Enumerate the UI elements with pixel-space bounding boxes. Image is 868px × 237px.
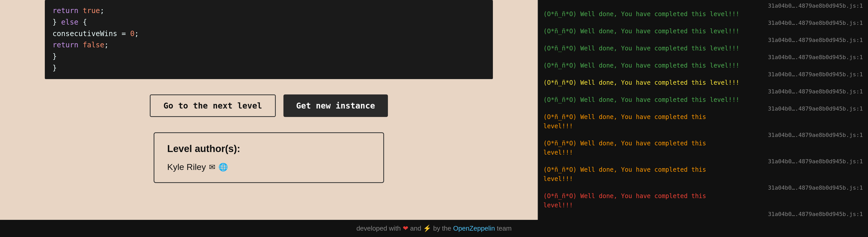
console-filename: 31a04b0….4879ae8b0d945b.js:1 — [543, 71, 863, 77]
code-line: return true; — [53, 5, 485, 16]
console-message: (O*ñ_ñ*O) Well done, You have completed … — [543, 79, 740, 86]
console-filename: 31a04b0….4879ae8b0d945b.js:1 — [543, 105, 863, 112]
code-line: consecutiveWins = 0; — [53, 28, 485, 40]
console-filename: 31a04b0….4879ae8b0d945b.js:1 — [543, 20, 863, 26]
console-filename: 31a04b0….4879ae8b0d945b.js:1 — [543, 54, 863, 60]
console-entry: 31a04b0….4879ae8b0d945b.js:1 (O*ñ_ñ*O) W… — [543, 54, 863, 70]
console-message: (O*ñ_ñ*O) Well done, You have completed … — [543, 193, 706, 209]
console-filename: 31a04b0….4879ae8b0d945b.js:1 — [543, 88, 863, 95]
footer-and: and — [410, 225, 421, 232]
main-container: return true; } else { consecutiveWins = … — [0, 0, 868, 220]
footer: developed with ❤ and ⚡ by the OpenZeppel… — [0, 220, 868, 237]
email-icon[interactable]: ✉ — [209, 163, 215, 171]
console-filename: 31a04b0….4879ae8b0d945b.js:1 — [543, 184, 863, 191]
left-panel: return true; } else { consecutiveWins = … — [0, 0, 538, 220]
console-message: (O*ñ_ñ*O) Well done, You have completed … — [543, 113, 706, 130]
code-line: } — [53, 51, 485, 63]
console-filename: 31a04b0….4879ae8b0d945b.js:1 — [543, 158, 863, 165]
console-entry: 31a04b0….4879ae8b0d945b.js:1 (O*ñ_ñ*O) W… — [543, 20, 863, 36]
bolt-icon: ⚡ — [423, 225, 433, 232]
console-filename: 31a04b0….4879ae8b0d945b.js:1 — [543, 211, 863, 217]
console-message: (O*ñ_ñ*O) Well done, You have completed … — [543, 140, 706, 156]
console-entry: 31a04b0….4879ae8b0d945b.js:1 — [543, 211, 863, 217]
globe-icon[interactable]: 🌐 — [218, 163, 228, 171]
footer-developed: developed with — [356, 225, 401, 232]
code-line: } else { — [53, 16, 485, 28]
code-block: return true; } else { consecutiveWins = … — [45, 0, 493, 79]
console-message: (O*ñ_ñ*O) Well done, You have completed … — [543, 166, 706, 182]
console-entry: 31a04b0….4879ae8b0d945b.js:1 (O*ñ_ñ*O) W… — [543, 184, 863, 210]
console-filename: 31a04b0….4879ae8b0d945b.js:1 — [543, 132, 863, 138]
next-level-button[interactable]: Go to the next level — [150, 95, 276, 117]
console-message: (O*ñ_ñ*O) Well done, You have completed … — [543, 96, 740, 103]
footer-team: team — [497, 225, 512, 232]
author-name-text: Kyle Riley — [167, 162, 206, 172]
console-entry: 31a04b0….4879ae8b0d945b.js:1 (O*ñ_ñ*O) W… — [543, 88, 863, 104]
console-entry: 31a04b0….4879ae8b0d945b.js:1 (O*ñ_ñ*O) W… — [543, 132, 863, 157]
console-entry: 31a04b0….4879ae8b0d945b.js:1 (O*ñ_ñ*O) W… — [543, 105, 863, 131]
author-card: Level author(s): Kyle Riley ✉ 🌐 — [154, 132, 384, 183]
author-title: Level author(s): — [167, 143, 371, 154]
code-line: return false; — [53, 39, 485, 51]
console-entry: 31a04b0….4879ae8b0d945b.js:1 (O*ñ_ñ*O) W… — [543, 71, 863, 87]
footer-text: developed with ❤ and ⚡ by the OpenZeppel… — [356, 225, 512, 232]
console-message: (O*ñ_ñ*O) Well done, You have completed … — [543, 62, 740, 69]
console-filename: 31a04b0….4879ae8b0d945b.js:1 — [543, 3, 863, 9]
console-entry: 31a04b0….4879ae8b0d945b.js:1 (O*ñ_ñ*O) W… — [543, 37, 863, 53]
new-instance-button[interactable]: Get new instance — [283, 95, 388, 117]
console-message: (O*ñ_ñ*O) Well done, You have completed … — [543, 28, 740, 35]
console-entry: 31a04b0….4879ae8b0d945b.js:1 (O*ñ_ñ*O) W… — [543, 158, 863, 183]
heart-icon: ❤ — [403, 225, 410, 232]
openzeppelin-link[interactable]: OpenZeppelin — [453, 225, 495, 232]
console-message: (O*ñ_ñ*O) Well done, You have completed … — [543, 10, 740, 18]
buttons-row: Go to the next level Get new instance — [150, 95, 388, 117]
console-panel[interactable]: 31a04b0….4879ae8b0d945b.js:1 (O*ñ_ñ*O) W… — [538, 0, 868, 220]
console-entry: 31a04b0….4879ae8b0d945b.js:1 (O*ñ_ñ*O) W… — [543, 3, 863, 19]
footer-by: by the — [433, 225, 452, 232]
console-message: (O*ñ_ñ*O) Well done, You have completed … — [543, 45, 740, 52]
code-line: } — [53, 63, 485, 74]
console-filename: 31a04b0….4879ae8b0d945b.js:1 — [543, 37, 863, 43]
author-name: Kyle Riley ✉ 🌐 — [167, 162, 371, 172]
